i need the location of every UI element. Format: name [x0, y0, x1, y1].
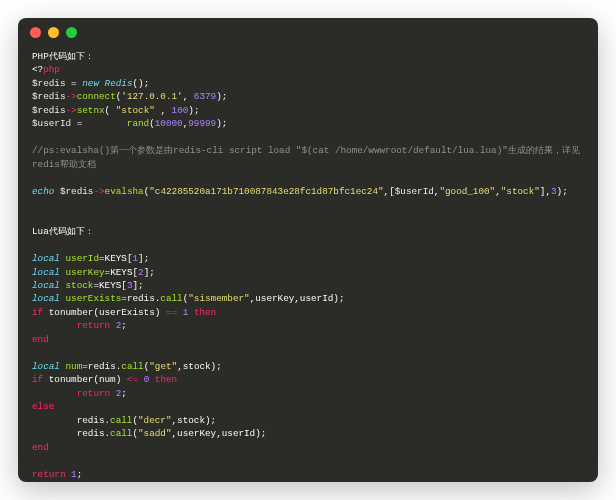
t: end [32, 442, 49, 453]
t [32, 388, 77, 399]
t: = [65, 78, 82, 89]
t: local [32, 253, 60, 264]
t: "sismember" [188, 293, 249, 304]
t: local [32, 293, 60, 304]
t: tonumber(userExists) [43, 307, 166, 318]
t: ); [557, 186, 568, 197]
t [32, 320, 77, 331]
t: "c42285520a171b710087843e28fc1d87bfc1ec2… [149, 186, 383, 197]
t: -> [93, 186, 104, 197]
line: PHP代码如下： [32, 51, 94, 62]
t: =KEYS[ [93, 280, 126, 291]
t: ,userKey,userId); [172, 428, 267, 439]
titlebar [18, 18, 598, 46]
t: ); [216, 91, 227, 102]
t: -> [65, 105, 76, 116]
t: =KEYS[ [99, 253, 132, 264]
t: $redis [32, 105, 65, 116]
t: '127.0.0.1' [121, 91, 182, 102]
close-icon[interactable] [30, 27, 41, 38]
t: local [32, 267, 60, 278]
t: ], [540, 186, 551, 197]
t: ,stock); [172, 415, 217, 426]
t: userKey [66, 267, 105, 278]
t: new [82, 78, 99, 89]
t: 100 [172, 105, 189, 116]
t: ); [188, 105, 199, 116]
t: tonumber(num) [43, 374, 127, 385]
t: rand [127, 118, 149, 129]
t: $redis [60, 186, 93, 197]
t: local [32, 280, 60, 291]
t: ; [77, 469, 83, 480]
t: else [32, 401, 54, 412]
minimize-icon[interactable] [48, 27, 59, 38]
t: call [110, 428, 132, 439]
t: "stock" [501, 186, 540, 197]
t: "sadd" [138, 428, 171, 439]
t: ); [216, 118, 227, 129]
t: 6379 [194, 91, 216, 102]
t: setnx [77, 105, 105, 116]
t: if [32, 307, 43, 318]
t: , [183, 91, 194, 102]
t: $userId [395, 186, 434, 197]
t: "stock" [116, 105, 155, 116]
t: $redis [32, 91, 65, 102]
code-block: PHP代码如下： <?php $redis = new Redis(); $re… [18, 46, 598, 482]
t: call [121, 361, 143, 372]
t: $userId [32, 118, 71, 129]
t: == [166, 307, 177, 318]
t: Redis [105, 78, 133, 89]
t: php [43, 64, 60, 75]
t: ]; [132, 280, 143, 291]
t: num [66, 361, 83, 372]
line: Lua代码如下： [32, 226, 94, 237]
t: 99999 [188, 118, 216, 129]
t: ,[ [384, 186, 395, 197]
t: redis. [32, 428, 110, 439]
code-window: PHP代码如下： <?php $redis = new Redis(); $re… [18, 18, 598, 482]
t: = [71, 118, 127, 129]
t: "get" [149, 361, 177, 372]
t: $redis [32, 78, 65, 89]
t: ; [121, 388, 127, 399]
t: connect [77, 91, 116, 102]
t: then [155, 374, 177, 385]
t: if [32, 374, 43, 385]
t: then [194, 307, 216, 318]
t: <= [127, 374, 138, 385]
t: redis. [32, 415, 110, 426]
t: =redis. [121, 293, 160, 304]
t: return [32, 469, 65, 480]
t: , [155, 105, 172, 116]
t: call [160, 293, 182, 304]
t: =redis. [82, 361, 121, 372]
t: -> [65, 91, 76, 102]
t: "decr" [138, 415, 171, 426]
t: ,userKey,userId); [250, 293, 345, 304]
t: "good_100" [439, 186, 495, 197]
t: ]; [144, 267, 155, 278]
t: userExists [66, 293, 122, 304]
t: local [32, 361, 60, 372]
t: stock [66, 280, 94, 291]
maximize-icon[interactable] [66, 27, 77, 38]
t: 10000 [155, 118, 183, 129]
t: userId [66, 253, 99, 264]
line: <? [32, 64, 43, 75]
t: =KEYS[ [105, 267, 138, 278]
t: ; [121, 320, 127, 331]
t: return [77, 388, 110, 399]
t: ( [105, 105, 116, 116]
t: echo [32, 186, 54, 197]
t: return [77, 320, 110, 331]
t: ]; [138, 253, 149, 264]
t: (); [132, 78, 149, 89]
t: evalsha [105, 186, 144, 197]
t: ,stock); [177, 361, 222, 372]
t: end [32, 334, 49, 345]
comment: //ps:evalsha()第一个参数是由redis-cli script lo… [32, 144, 584, 171]
t: call [110, 415, 132, 426]
